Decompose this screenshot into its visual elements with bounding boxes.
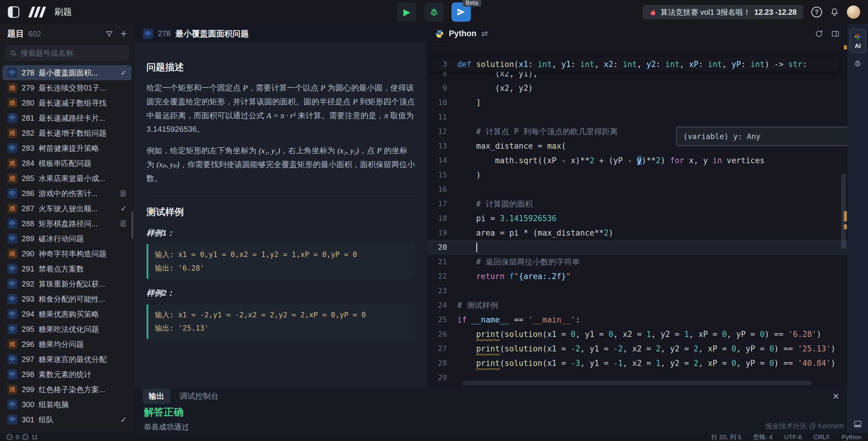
code-line[interactable]: 18 pi = 3.1415926536 — [427, 211, 847, 226]
sticky-scroll-line[interactable]: 3 def solution(x1: int, y1: int, x2: int… — [427, 57, 839, 72]
problem-list-item[interactable]: 中289破冰行动问题 — [2, 231, 132, 246]
line-content: (x2, y2) — [457, 81, 847, 95]
problem-number: 290 — [22, 249, 34, 258]
problem-list-item[interactable]: 难280最长递减子数组寻找 — [2, 95, 132, 110]
language-switch-icon[interactable]: ⇄ — [482, 29, 488, 38]
code-line[interactable]: 27 print(solution(x1 = -2, y1 = -2, x2 =… — [427, 341, 847, 356]
code-line[interactable]: 16 — [427, 182, 847, 197]
problem-number: 298 — [22, 370, 34, 379]
problem-list-item[interactable]: 中278最小覆盖圆面积...✓ — [2, 65, 132, 80]
code-line[interactable]: 26 print(solution(x1 = 0, y1 = 0, x2 = 1… — [427, 327, 847, 341]
problem-list-item[interactable]: 难284模板串匹配问题 — [2, 156, 132, 171]
problem-list-item[interactable]: 中301组队✓ — [2, 412, 132, 427]
tab-debug-console[interactable]: 调试控制台 — [179, 391, 219, 402]
brand-logo-icon[interactable] — [28, 7, 46, 18]
problem-list-item[interactable]: 难296糖果均分问题 — [2, 337, 132, 352]
split-view-icon[interactable] — [831, 30, 840, 38]
submit-button[interactable]: Beta — [452, 2, 471, 22]
problem-list-item[interactable]: 中293粮食分配的可能性... — [2, 292, 132, 306]
run-button[interactable]: ▶ — [397, 2, 416, 22]
add-icon[interactable]: + — [121, 28, 127, 39]
code-lines: 8 (x2, y1),9 (x2, y2)10 ]1112 # 计算点 P 到每… — [427, 66, 847, 385]
problem-list-item[interactable]: 中291禁着点方案数 — [2, 261, 132, 276]
line-number: 29 — [427, 370, 457, 385]
help-icon[interactable]: ? — [811, 7, 822, 18]
toggle-panel-icon[interactable] — [854, 420, 862, 428]
cursor-position[interactable]: 行 20, 列 5 — [711, 433, 741, 441]
code-line[interactable]: 19 area = pi * (max_distance**2) — [427, 226, 847, 240]
search-icon — [10, 49, 17, 57]
problem-list: 中278最小覆盖圆面积...✓难279最长连续交替01子...难280最长递减子… — [0, 65, 134, 433]
ai-assistant-button[interactable]: AI — [849, 29, 866, 53]
line-number: 12 — [427, 124, 457, 139]
indentation[interactable]: 空格: 4 — [753, 433, 773, 441]
problem-number: 286 — [22, 189, 34, 198]
problem-list-item[interactable]: 中295糖果吃法优化问题 — [2, 321, 132, 337]
code-line[interactable]: 10 ] — [427, 95, 847, 110]
description-heading: 问题描述 — [147, 59, 415, 75]
code-line[interactable]: 23 — [427, 283, 847, 298]
scrollbar-thumb[interactable] — [841, 173, 846, 248]
code-line[interactable]: 21 # 返回保留两位小数的字符串 — [427, 255, 847, 269]
debug-button[interactable] — [424, 2, 444, 22]
sidebar-toggle-icon[interactable] — [8, 6, 19, 18]
avatar[interactable] — [847, 5, 860, 19]
filter-icon[interactable] — [105, 30, 113, 38]
problem-list-item[interactable]: 难282最长递增子数组问题 — [2, 126, 132, 141]
problem-list-item[interactable]: 中298素数元素的统计 — [2, 367, 132, 382]
problem-title: 粮食分配的可能性... — [39, 294, 127, 304]
problem-list-item[interactable]: 难290神奇字符串构造问题 — [2, 246, 132, 261]
problem-number: 295 — [22, 325, 34, 334]
code-line[interactable]: 24# 测试样例 — [427, 298, 847, 312]
tab-output[interactable]: 输出 — [143, 388, 170, 404]
problem-list-item[interactable]: 中286游戏中的伤害计... — [2, 186, 132, 201]
difficulty-badge: 中 — [7, 113, 18, 123]
problem-list-item[interactable]: 中297糖果迷宫的最优分配 — [2, 352, 132, 367]
problem-list-item[interactable]: 中288矩形棋盘路径问... — [2, 216, 132, 231]
language-mode[interactable]: Python — [842, 434, 861, 441]
encoding[interactable]: UTF-8 — [784, 434, 802, 441]
problem-list-item[interactable]: 难287火车驶入驶出顺...✓ — [2, 201, 132, 216]
problems-indicator[interactable]: × 0 ! 11 — [7, 434, 38, 441]
contest-banner[interactable]: 算法竞技赛 vol1 3报名啦！ 12.23 -12.28 — [642, 5, 803, 19]
code-editor[interactable]: 3 def solution(x1: int, y1: int, x2: int… — [427, 43, 847, 387]
debug-tools-icon[interactable] — [854, 59, 862, 68]
problem-list-item[interactable]: 中294糖果优惠购买策略 — [2, 306, 132, 321]
code-line[interactable]: 15 ) — [427, 168, 847, 182]
ai-label: AI — [855, 42, 861, 49]
editor-vertical-scrollbar[interactable] — [839, 43, 847, 378]
samples-heading: 测试样例 — [147, 204, 415, 220]
search-input[interactable] — [21, 49, 124, 58]
code-line[interactable]: 11 — [427, 110, 847, 124]
bell-icon[interactable] — [830, 7, 839, 16]
problem-list-item[interactable]: 难285水果店果篮最小成... — [2, 171, 132, 186]
code-line[interactable]: 25if __name__ == '__main__': — [427, 312, 847, 327]
line-number: 13 — [427, 139, 457, 153]
difficulty-badge: 中 — [7, 234, 18, 244]
close-panel-icon[interactable]: × — [833, 391, 839, 402]
reset-code-icon[interactable] — [815, 30, 823, 38]
code-line[interactable]: 20 — [427, 240, 847, 255]
problem-list-item[interactable]: 中300组装电脑 — [2, 397, 132, 412]
problem-list-item[interactable]: 难279最长连续交替01子... — [2, 80, 132, 95]
problem-list-item[interactable]: 中292算珠重新分配以获... — [2, 276, 132, 292]
eol-sequence[interactable]: CRLF — [814, 434, 830, 441]
line-content: ) — [457, 168, 847, 182]
description-paragraph: 例如，给定矩形的左下角坐标为 (x₁, y₁)，右上角坐标为 (x₂, y₂)，… — [147, 144, 415, 185]
problem-list-item[interactable]: 难299红色格子染色方案... — [2, 382, 132, 397]
editor-horizontal-scrollbar[interactable] — [462, 381, 834, 385]
difficulty-badge: 中 — [7, 414, 18, 425]
line-number: 17 — [427, 197, 457, 211]
code-line[interactable]: 28 print(solution(x1 = -3, y1 = -1, x2 =… — [427, 356, 847, 370]
code-line[interactable]: 17 # 计算圆的面积 — [427, 197, 847, 211]
problem-list-item[interactable]: 中283树苗健康提升策略 — [2, 141, 132, 156]
problem-number: 284 — [22, 159, 34, 168]
problem-title: 组装电脑 — [39, 400, 127, 410]
line-number: 19 — [427, 226, 457, 240]
sidebar-scrollbar[interactable] — [131, 211, 133, 239]
problem-list-item[interactable]: 中281最长递减路径卡片... — [2, 110, 132, 126]
problem-number: 282 — [22, 129, 34, 138]
code-line[interactable]: 14 math.sqrt((xP - x)**2 + (yP - y)**2) … — [427, 153, 847, 168]
code-line[interactable]: 22 return f"{area:.2f}" — [427, 269, 847, 283]
code-line[interactable]: 9 (x2, y2) — [427, 81, 847, 95]
